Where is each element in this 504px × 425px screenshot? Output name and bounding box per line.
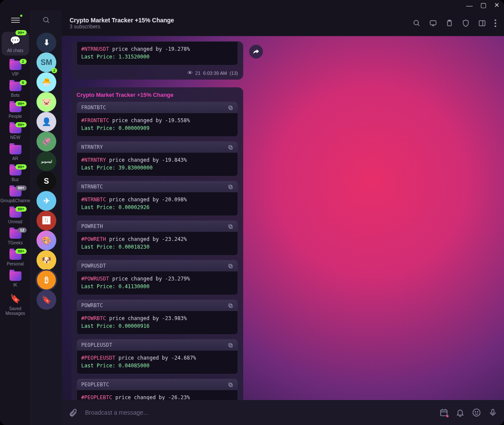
folder-saved-messages[interactable]: 🔖Saved Messages xyxy=(2,293,29,316)
svg-point-0 xyxy=(43,17,48,22)
code-block: #NTRNUSDT price changed by -19.278% Last… xyxy=(77,42,238,65)
svg-rect-13 xyxy=(229,106,232,109)
chat-avatar-chat-10[interactable]: 🅽 xyxy=(37,211,56,231)
copy-icon[interactable] xyxy=(228,224,233,229)
emoji-icon[interactable] xyxy=(472,408,481,417)
price-card-powreth: POWRETH#POWRETH price changed by -23.242… xyxy=(76,220,238,256)
copy-icon[interactable] xyxy=(228,263,233,269)
folder-n-w[interactable]: NĒW99+ xyxy=(2,124,29,140)
svg-rect-7 xyxy=(479,21,485,26)
more-icon[interactable] xyxy=(495,19,496,27)
svg-rect-4 xyxy=(430,21,436,25)
code-header: POWRBTC xyxy=(77,300,238,311)
price-card-ntrnbtc: NTRNBTC#NTRNBTC price changed by -20.098… xyxy=(76,181,238,216)
voice-icon[interactable] xyxy=(489,408,497,417)
comments-icon[interactable] xyxy=(429,19,437,27)
chat-list: ⬇SM2🐣🐷👤🦑ابيسوموS✈🅽🎨🐶₿🔖 xyxy=(31,10,62,425)
copy-icon[interactable] xyxy=(228,342,233,348)
svg-rect-22 xyxy=(229,305,232,308)
compose-bar xyxy=(62,400,504,425)
attach-icon[interactable] xyxy=(69,408,77,417)
chat-avatar-chat-8[interactable]: S xyxy=(37,171,56,191)
svg-rect-17 xyxy=(229,185,232,188)
message-input[interactable] xyxy=(85,409,432,416)
shield-icon[interactable] xyxy=(462,19,470,27)
folder-unread[interactable]: Unread99+ xyxy=(2,208,29,224)
folder-ar[interactable]: AR xyxy=(2,145,29,161)
code-header: NTRNBTC xyxy=(77,181,238,192)
forward-button[interactable] xyxy=(249,45,263,59)
menu-icon[interactable] xyxy=(11,16,20,24)
chat-title[interactable]: Crypto Market Tracker +15% Change xyxy=(70,17,174,24)
code-block: #NTRNTRY price changed by -19.843%Last P… xyxy=(77,153,238,176)
copy-icon[interactable] xyxy=(228,145,233,150)
svg-rect-28 xyxy=(441,410,447,416)
folder-badge: 99+ xyxy=(15,249,26,254)
window-minimize[interactable]: — xyxy=(466,2,473,9)
search-chat-icon[interactable] xyxy=(413,19,421,27)
price-card-peopleusdt: PEOPLEUSDT#PEOPLEUSDT price changed by -… xyxy=(76,339,238,374)
folder-buz[interactable]: Buz99+ xyxy=(2,166,29,182)
chat-avatar-saved[interactable]: 🔖 xyxy=(37,290,56,310)
message-area[interactable]: #NTRNUSDT price changed by -19.278% Last… xyxy=(62,36,504,400)
message-bubble: Crypto Market Tracker +15% Change FRONTB… xyxy=(71,87,243,400)
notifications-icon[interactable] xyxy=(456,408,464,417)
clipboard-icon[interactable] xyxy=(446,19,453,27)
symbol-label: NTRNTRY xyxy=(81,144,103,150)
search-icon[interactable] xyxy=(43,16,50,24)
code-block: #POWRUSDT price changed by -23.279%Last … xyxy=(77,271,238,295)
chat-avatar-chat-6[interactable]: 🦑 xyxy=(37,132,56,151)
folder-people[interactable]: People99+ xyxy=(2,103,29,119)
svg-rect-24 xyxy=(229,344,232,347)
code-block: #FRONTBTC price changed by -19.558%Last … xyxy=(77,113,238,136)
copy-icon[interactable] xyxy=(228,382,233,388)
folder-badge: 12 xyxy=(18,228,26,233)
message-bubble-partial: #NTRNUSDT price changed by -19.278% Last… xyxy=(71,41,243,80)
folder-label: Buz xyxy=(12,177,19,182)
chat-avatar-chat-7[interactable]: ابيسومو xyxy=(37,151,56,171)
chat-avatar-chat-3[interactable]: 🐣 xyxy=(37,72,56,92)
copy-icon[interactable] xyxy=(228,184,233,190)
svg-rect-15 xyxy=(229,145,232,148)
schedule-icon[interactable] xyxy=(440,408,448,417)
sidebar-toggle-icon[interactable] xyxy=(478,19,486,27)
svg-rect-26 xyxy=(229,384,232,387)
svg-rect-12 xyxy=(229,107,232,110)
chat-avatar-chat-9[interactable]: ✈ xyxy=(37,191,56,211)
symbol-label: FRONTBTC xyxy=(81,105,106,111)
folder-label: All chats xyxy=(7,48,24,53)
chat-avatar-archive[interactable]: ⬇ xyxy=(37,33,56,52)
folder-all-chats[interactable]: 💬All chats99+ xyxy=(2,32,29,55)
chat-avatar-crypto-tracker[interactable]: ₿ xyxy=(37,270,56,290)
price-card-frontbtc: FRONTBTC#FRONTBTC price changed by -19.5… xyxy=(76,102,238,137)
svg-rect-16 xyxy=(229,186,232,189)
window-maximize[interactable]: ▢ xyxy=(480,1,486,9)
code-block: #PEOPLEUSDT price changed by -24.687%Las… xyxy=(77,351,238,374)
folder-sidebar: 💬All chats99+VĪP2Bots6People99+NĒW99+ARB… xyxy=(0,10,31,425)
copy-icon[interactable] xyxy=(228,303,233,308)
chat-avatar-sm[interactable]: SM2 xyxy=(37,52,56,72)
chat-avatar-chat-5[interactable]: 👤 xyxy=(37,112,56,132)
folder-badge: 99+ xyxy=(15,30,26,35)
code-block: #PEOPLEBTC price changed by -26.23%Last … xyxy=(77,390,238,400)
folder-v-p[interactable]: VĪP2 xyxy=(2,61,29,77)
folder-bots[interactable]: Bots6 xyxy=(2,82,29,98)
symbol-label: PEOPLEUSDT xyxy=(81,342,112,348)
svg-rect-18 xyxy=(229,225,232,228)
folder-label: IK xyxy=(13,283,17,287)
svg-rect-27 xyxy=(229,383,232,386)
svg-rect-23 xyxy=(229,304,232,307)
folder-tgeeks[interactable]: TGeeks12 xyxy=(2,229,29,245)
folder-group-channe[interactable]: Group&Channe99+ xyxy=(2,187,29,203)
folder-ik[interactable]: IK xyxy=(2,271,29,287)
chat-avatar-chat-12[interactable]: 🐶 xyxy=(37,250,56,270)
chat-avatar-chat-11[interactable]: 🎨 xyxy=(37,231,56,250)
copy-icon[interactable] xyxy=(228,105,233,111)
sender-name[interactable]: Crypto Market Tracker +15% Change xyxy=(76,92,238,98)
window-close[interactable]: ✕ xyxy=(494,1,500,9)
folder-badge: 99+ xyxy=(15,101,26,106)
chat-avatar-chat-4[interactable]: 🐷 xyxy=(37,92,56,112)
folder-personal[interactable]: Personal99+ xyxy=(2,250,29,266)
svg-point-9 xyxy=(495,19,496,21)
folder-badge: 99+ xyxy=(15,185,26,191)
